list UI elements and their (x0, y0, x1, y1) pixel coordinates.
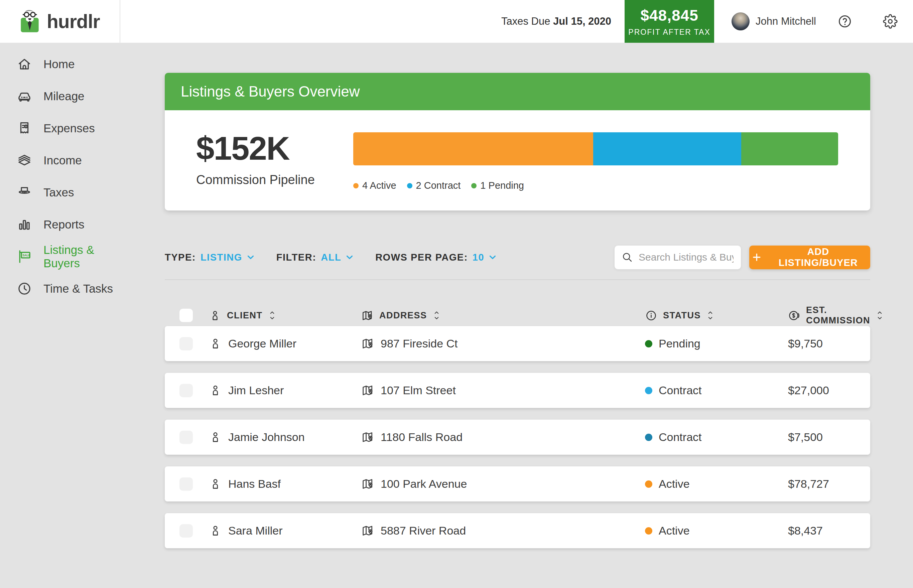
home-icon (17, 57, 32, 72)
status-cell: Active (645, 524, 788, 537)
top-bar-right: Taxes Due Jul 15, 2020 $48,845 PROFIT AF… (501, 0, 913, 43)
listings-toolbar: TYPE: LISTING FILTER: ALL ROWS PER PAGE:… (165, 244, 870, 271)
column-header-address[interactable]: ADDRESS (361, 309, 645, 322)
sidebar-item-mileage[interactable]: Mileage (0, 80, 120, 112)
pipeline-total: $152K (196, 130, 353, 167)
overview-title: Listings & Buyers Overview (181, 83, 360, 100)
help-icon[interactable] (837, 14, 852, 29)
top-bar: hurdlr Taxes Due Jul 15, 2020 $48,845 PR… (0, 0, 913, 43)
row-checkbox[interactable] (179, 337, 193, 351)
user-avatar[interactable] (732, 12, 750, 31)
plus-icon (751, 252, 762, 263)
hurdlr-logo-icon (18, 8, 42, 35)
sort-icon[interactable] (876, 310, 884, 321)
info-icon (645, 309, 657, 322)
address-cell: 1180 Falls Road (361, 431, 645, 444)
sort-icon[interactable] (268, 310, 276, 321)
sidebar-item-home[interactable]: Home (0, 48, 120, 80)
overview-card-header: Listings & Buyers Overview (165, 73, 870, 110)
toolbar-divider (165, 279, 870, 280)
map-pin-icon (361, 431, 374, 444)
table-row[interactable]: Jim Lesher 107 Elm Street Contract $27,0… (165, 373, 870, 408)
rows-per-page-dropdown[interactable]: 10 (473, 252, 498, 263)
search-input[interactable] (638, 251, 734, 263)
overview-card: Listings & Buyers Overview $152K Commiss… (165, 73, 870, 210)
chevron-down-icon (344, 252, 355, 262)
bar-segment-active (353, 132, 593, 165)
row-checkbox[interactable] (179, 431, 193, 444)
client-cell: Hans Basf (209, 477, 361, 490)
table-header: CLIENT ADDRESS STATUS (165, 305, 870, 326)
status-filter-dropdown[interactable]: ALL (321, 252, 355, 263)
brand-logo[interactable]: hurdlr (0, 0, 120, 43)
bar-chart-icon (17, 217, 32, 232)
bar-segment-pending (741, 132, 838, 165)
search-icon (621, 251, 633, 263)
profit-label: PROFIT AFTER TAX (628, 28, 710, 37)
row-checkbox[interactable] (179, 524, 193, 538)
sidebar-item-listings-buyers[interactable]: SALE Listings & Buyers (0, 241, 120, 273)
column-header-status[interactable]: STATUS (645, 309, 788, 322)
row-checkbox[interactable] (179, 477, 193, 491)
sidebar-item-taxes[interactable]: Taxes (0, 176, 120, 208)
person-icon (209, 337, 222, 350)
column-header-commission[interactable]: EST. COMMISSION (788, 305, 913, 326)
sort-icon[interactable] (433, 310, 440, 321)
chevron-down-icon (246, 252, 256, 262)
overview-card-body: $152K Commission Pipeline 4 Active 2 Con… (165, 110, 870, 210)
legend-item-active: 4 Active (353, 180, 396, 191)
sidebar: Home Mileage Expenses Income Taxes Repor… (0, 43, 120, 305)
client-cell: Sara Miller (209, 524, 361, 537)
pipeline-chart: 4 Active 2 Contract 1 Pending (353, 110, 838, 191)
clock-icon (17, 281, 32, 296)
client-cell: Jamie Johnson (209, 431, 361, 444)
person-icon (209, 431, 222, 444)
address-cell: 987 Fireside Ct (361, 337, 645, 350)
status-cell: Contract (645, 431, 788, 444)
sidebar-item-income[interactable]: Income (0, 144, 120, 176)
table-row[interactable]: Hans Basf 100 Park Avenue Active $78,727 (165, 467, 870, 501)
pipeline-total-label: Commission Pipeline (196, 173, 353, 187)
brand-name: hurdlr (47, 10, 100, 32)
commission-cell: $27,000 (788, 384, 878, 397)
add-listing-buyer-button[interactable]: ADD LISTING/BUYER (749, 246, 870, 269)
legend-dot-active (353, 183, 359, 189)
type-filter: TYPE: LISTING (165, 252, 256, 263)
row-checkbox[interactable] (179, 384, 193, 397)
pipeline-stat: $152K Commission Pipeline (196, 110, 353, 191)
client-cell: Jim Lesher (209, 384, 361, 397)
table-row[interactable]: Sara Miller 5887 River Road Active $8,43… (165, 513, 870, 548)
bar-segment-contract (593, 132, 741, 165)
map-pin-icon (361, 477, 374, 490)
status-dot (645, 340, 652, 347)
person-icon (209, 309, 221, 322)
status-dot (645, 434, 652, 441)
sidebar-item-expenses[interactable]: Expenses (0, 112, 120, 144)
type-filter-dropdown[interactable]: LISTING (200, 252, 256, 263)
profit-after-tax-box[interactable]: $48,845 PROFIT AFTER TAX (625, 0, 714, 43)
sidebar-item-time-tasks[interactable]: Time & Tasks (0, 273, 120, 305)
status-cell: Contract (645, 384, 788, 397)
sort-icon[interactable] (706, 310, 714, 321)
legend-item-pending: 1 Pending (471, 180, 524, 191)
commission-cell: $78,727 (788, 477, 878, 490)
legend-item-contract: 2 Contract (407, 180, 461, 191)
rows-per-page-filter: ROWS PER PAGE: 10 (375, 252, 498, 263)
legend-dot-pending (471, 183, 477, 189)
sidebar-item-reports[interactable]: Reports (0, 208, 120, 241)
column-header-client[interactable]: CLIENT (209, 309, 361, 322)
table-row[interactable]: George Miller 987 Fireside Ct Pending $9… (165, 326, 870, 361)
person-icon (209, 384, 222, 397)
commission-cell: $7,500 (788, 431, 871, 444)
cash-icon (17, 153, 32, 168)
taxes-due-date: Jul 15, 2020 (553, 15, 611, 27)
chevron-down-icon (488, 252, 498, 262)
address-cell: 100 Park Avenue (361, 477, 645, 490)
user-name[interactable]: John Mitchell (756, 15, 816, 27)
select-all-checkbox[interactable] (179, 309, 193, 322)
table-row[interactable]: Jamie Johnson 1180 Falls Road Contract $… (165, 420, 870, 455)
status-dot (645, 480, 652, 488)
legend-dot-contract (407, 183, 412, 189)
status-filter: FILTER: ALL (276, 252, 355, 263)
gear-icon[interactable] (883, 14, 898, 29)
